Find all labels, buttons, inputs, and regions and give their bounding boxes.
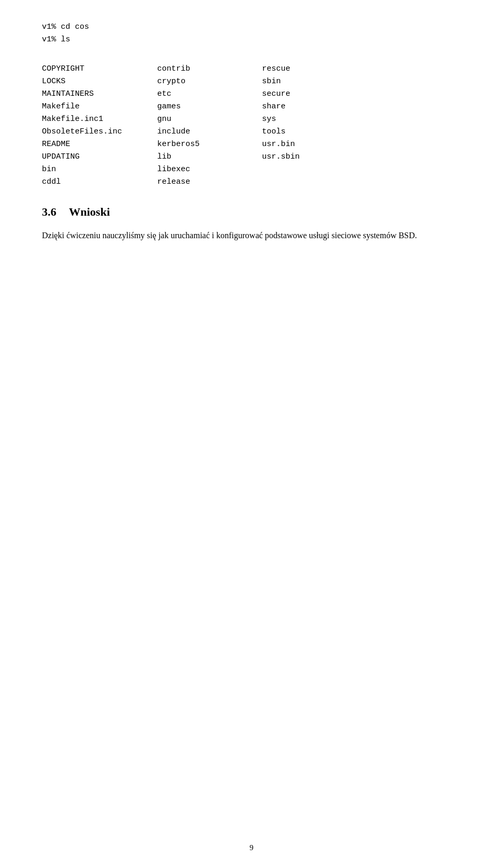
list-item: ObsoleteFiles.inc [42, 126, 157, 138]
list-item: gnu [157, 113, 262, 126]
list-item: LOCKS [42, 75, 157, 88]
terminal-line-2: v1% ls [42, 34, 461, 46]
list-item: include [157, 126, 262, 138]
list-item: share [262, 101, 367, 113]
page-number: 9 [249, 843, 254, 852]
list-item: release [157, 176, 262, 188]
listing-col-1: COPYRIGHTLOCKSMAINTAINERSMakefileMakefil… [42, 63, 157, 188]
list-item: bin [42, 163, 157, 176]
list-item: crypto [157, 75, 262, 88]
list-item: sys [262, 113, 367, 126]
section-title: Wnioski [69, 205, 110, 218]
section-heading: 3.6Wnioski [42, 205, 461, 219]
section-paragraph: Dzięki ćwiczeniu nauczyliśmy się jak uru… [42, 228, 461, 242]
section-number: 3.6 [42, 205, 57, 218]
directory-listing: COPYRIGHTLOCKSMAINTAINERSMakefileMakefil… [42, 63, 461, 188]
list-item: libexec [157, 163, 262, 176]
list-item: README [42, 138, 157, 151]
listing-columns: COPYRIGHTLOCKSMAINTAINERSMakefileMakefil… [42, 63, 461, 188]
listing-col-2: contribcryptoetcgamesgnuincludekerberos5… [157, 63, 262, 188]
list-item: usr.sbin [262, 151, 367, 163]
list-item: tools [262, 126, 367, 138]
page-footer: 9 [0, 843, 503, 852]
list-item: secure [262, 88, 367, 101]
list-item: COPYRIGHT [42, 63, 157, 75]
list-item: etc [157, 88, 262, 101]
list-item: games [157, 101, 262, 113]
list-item: sbin [262, 75, 367, 88]
list-item: cddl [42, 176, 157, 188]
list-item: usr.bin [262, 138, 367, 151]
list-item: lib [157, 151, 262, 163]
list-item: contrib [157, 63, 262, 75]
terminal-block: v1% cd cos v1% ls [42, 21, 461, 46]
list-item: Makefile.inc1 [42, 113, 157, 126]
list-item: kerberos5 [157, 138, 262, 151]
list-item: Makefile [42, 101, 157, 113]
listing-col-3: rescuesbinsecuresharesystoolsusr.binusr.… [262, 63, 367, 188]
list-item: rescue [262, 63, 367, 75]
list-item: UPDATING [42, 151, 157, 163]
list-item: MAINTAINERS [42, 88, 157, 101]
terminal-line-1: v1% cd cos [42, 21, 461, 34]
